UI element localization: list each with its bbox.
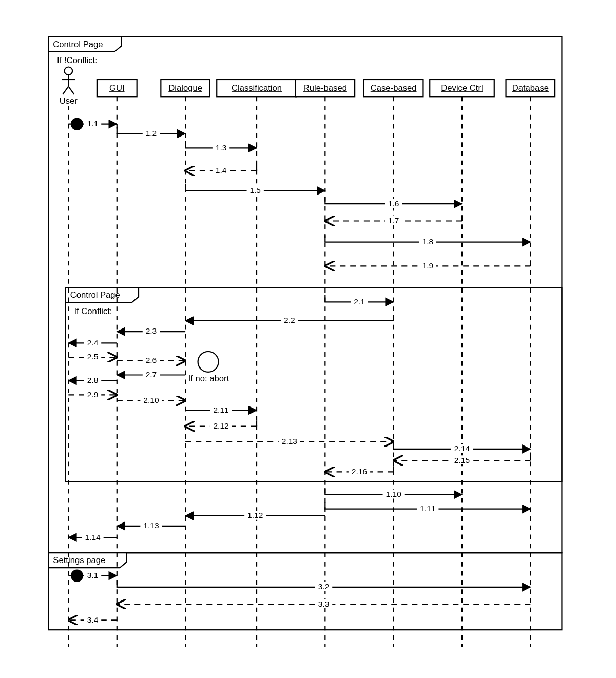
message-label: 2.4 — [87, 338, 99, 347]
svg-rect-2 — [48, 553, 562, 630]
fragment-guard: If Conflict: — [74, 306, 112, 316]
participant-label: Database — [512, 83, 549, 93]
message-label: 1.10 — [386, 490, 402, 498]
fragment: Settings page — [48, 553, 562, 630]
participant-label: Case-based — [371, 83, 417, 93]
message-label: 1.13 — [143, 521, 159, 530]
participant-label: GUI — [109, 83, 125, 93]
participant-label: Classification — [232, 83, 282, 93]
message-label: 2.15 — [454, 456, 470, 464]
message-label: 2.12 — [213, 421, 228, 430]
message-label: 1.7 — [388, 216, 399, 225]
svg-point-3 — [65, 67, 73, 75]
fragment: Control PageIf Conflict: — [66, 288, 562, 482]
participant: GUI — [97, 80, 137, 96]
message-label: 2.7 — [146, 370, 157, 379]
sequence-diagram: Control PageIf !Conflict:Control PageIf … — [0, 0, 616, 678]
actor-user: User — [60, 67, 78, 106]
message-label: 1.8 — [422, 237, 434, 246]
participant: Database — [506, 80, 555, 96]
participant: Dialogue — [161, 80, 210, 96]
participant: Device Ctrl — [430, 80, 494, 96]
fragment-label: Settings page — [53, 555, 105, 565]
svg-rect-1 — [66, 288, 562, 482]
message-label: 2.16 — [352, 467, 367, 476]
message-label: 2.1 — [354, 297, 365, 306]
message-label: 2.2 — [284, 316, 295, 324]
message-label: 1.9 — [422, 261, 434, 270]
message-label: 2.13 — [282, 437, 297, 445]
fragment-guard: If !Conflict: — [57, 55, 98, 65]
state-note: If no: abort — [188, 374, 229, 383]
message-label: 2.10 — [143, 396, 159, 404]
message-label: 1.14 — [85, 533, 101, 541]
message-label: 2.6 — [146, 356, 157, 364]
fragment-label: Control Page — [53, 40, 103, 49]
participant-label: Rule-based — [303, 83, 347, 93]
message-label: 1.1 — [87, 119, 99, 128]
actor-label: User — [60, 96, 78, 106]
message-label: 2.5 — [87, 352, 99, 361]
message-label: 1.12 — [247, 511, 263, 519]
participant: Case-based — [364, 80, 424, 96]
message-label: 2.11 — [213, 405, 228, 414]
svg-line-6 — [63, 86, 68, 94]
message-label: 3.3 — [318, 599, 330, 608]
participant: Rule-based — [296, 80, 355, 96]
message-label: 1.6 — [388, 199, 399, 208]
message-label: 1.2 — [146, 129, 157, 138]
message-label: 1.5 — [249, 186, 261, 195]
participant-label: Device Ctrl — [441, 83, 483, 93]
participant: Classification — [217, 80, 297, 96]
message-label: 2.9 — [87, 390, 99, 399]
message-label: 2.14 — [454, 444, 470, 453]
message-label: 1.11 — [420, 504, 435, 513]
message-label: 3.2 — [318, 582, 330, 591]
svg-line-7 — [68, 86, 74, 94]
message-label: 3.4 — [87, 615, 99, 624]
message-label: 2.8 — [87, 376, 99, 384]
message-label: 1.3 — [216, 143, 227, 152]
message-label: 1.4 — [216, 166, 227, 175]
message-label: 2.3 — [146, 326, 157, 335]
state-circle-icon — [198, 352, 219, 372]
participant-label: Dialogue — [168, 83, 202, 93]
message-label: 3.1 — [87, 571, 99, 579]
fragment-label: Control Page — [70, 290, 120, 300]
